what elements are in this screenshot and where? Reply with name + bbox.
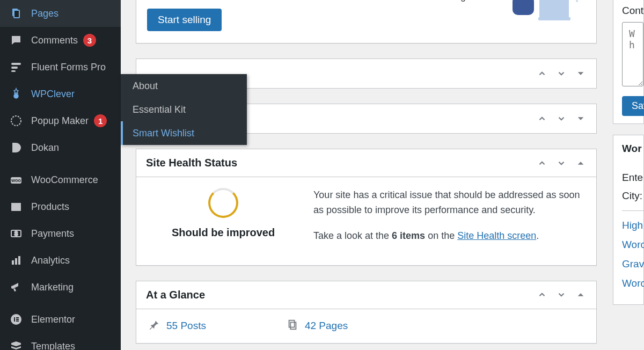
sidebar-item-label: Payments xyxy=(31,228,74,239)
svg-text:woo: woo xyxy=(11,178,21,183)
site-health-body: Should be improved Your site has a criti… xyxy=(136,177,596,265)
rc-link-1[interactable]: High xyxy=(622,220,643,231)
glance-posts-label: 55 Posts xyxy=(166,320,206,332)
sidebar-item-label: Products xyxy=(31,201,69,213)
svg-rect-5 xyxy=(11,70,16,72)
analytics-icon xyxy=(9,253,24,268)
popupmaker-icon xyxy=(9,113,24,128)
rc-link-2[interactable]: Worc xyxy=(622,239,643,251)
rc-link-4[interactable]: Worc xyxy=(622,278,643,289)
svg-rect-26 xyxy=(538,17,570,20)
events-title: Wor xyxy=(622,143,643,155)
sidebar-item-elementor[interactable]: Elementor xyxy=(0,306,121,333)
comments-icon xyxy=(9,33,24,48)
start-selling-button[interactable]: Start selling xyxy=(147,9,222,31)
sidebar-item-analytics[interactable]: Analytics xyxy=(0,247,121,274)
dokan-icon xyxy=(9,140,24,155)
right-column: Cont Sav Wor Ente City: High Worc Grav W… xyxy=(613,0,644,350)
welcome-illustration xyxy=(480,0,588,14)
sidebar-item-fluentforms[interactable]: Fluent Forms Pro xyxy=(0,54,121,81)
main-content: receiving orders. Start selling Site Hea… xyxy=(121,0,612,350)
toggle-icon[interactable] xyxy=(575,157,587,169)
svg-rect-29 xyxy=(289,320,295,327)
sidebar-item-templates[interactable]: Templates xyxy=(0,333,121,350)
site-health-msg1: Your site has a critical issue that shou… xyxy=(313,188,584,218)
toggle-icon[interactable] xyxy=(575,289,587,301)
move-down-icon[interactable] xyxy=(555,68,567,79)
site-health-status-label: Should be improved xyxy=(148,227,298,239)
marketing-icon xyxy=(9,280,24,295)
svg-rect-3 xyxy=(11,63,21,65)
toggle-icon[interactable] xyxy=(575,68,587,79)
toggle-icon[interactable] xyxy=(575,113,587,125)
panel-controls xyxy=(536,68,587,79)
city-label: City: xyxy=(622,190,643,202)
events-panel: Wor Ente City: High Worc Grav Worc xyxy=(613,135,644,305)
svg-rect-18 xyxy=(14,317,15,322)
site-health-msg2: Take a look at the 6 items on the Site H… xyxy=(313,229,584,244)
sidebar-separator xyxy=(0,161,121,166)
sidebar-item-label: Comments xyxy=(31,35,78,46)
sidebar-item-label: Analytics xyxy=(31,255,70,266)
svg-rect-15 xyxy=(15,258,17,265)
sidebar-item-label: Popup Maker xyxy=(31,115,89,127)
admin-sidebar: Pages Comments 3 Fluent Forms Pro WPClev… xyxy=(0,0,121,350)
products-icon xyxy=(9,199,24,214)
move-down-icon[interactable] xyxy=(555,157,567,169)
payments-icon: $ xyxy=(9,226,24,241)
save-draft-button[interactable]: Sav xyxy=(622,96,644,116)
submenu-item-smart-wishlist[interactable]: Smart Wishlist xyxy=(121,121,247,145)
move-down-icon[interactable] xyxy=(555,289,567,301)
comments-badge: 3 xyxy=(83,34,96,47)
pin-icon xyxy=(148,319,160,333)
rc-link-3[interactable]: Grav xyxy=(622,258,643,270)
svg-rect-10 xyxy=(11,205,21,211)
glance-pages[interactable]: 42 Pages xyxy=(287,319,348,333)
welcome-panel: receiving orders. Start selling xyxy=(136,0,597,43)
sidebar-item-label: WooCommerce xyxy=(31,174,98,186)
site-health-panel: Site Health Status Should be improved Yo… xyxy=(136,149,597,266)
sidebar-item-wpclever[interactable]: WPClever xyxy=(0,81,121,107)
svg-rect-1 xyxy=(14,10,19,18)
site-health-header: Site Health Status xyxy=(136,149,596,177)
quickdraft-textarea[interactable] xyxy=(622,22,643,86)
panel-controls xyxy=(536,113,587,125)
sidebar-item-products[interactable]: Products xyxy=(0,193,121,220)
move-up-icon[interactable] xyxy=(536,113,548,125)
glance-posts[interactable]: 55 Posts xyxy=(148,319,206,333)
svg-rect-11 xyxy=(11,203,21,205)
svg-rect-4 xyxy=(11,67,18,69)
sidebar-item-payments[interactable]: $ Payments xyxy=(0,220,121,247)
sidebar-item-pages[interactable]: Pages xyxy=(0,0,121,27)
svg-text:$: $ xyxy=(14,230,18,237)
svg-rect-20 xyxy=(16,319,19,320)
submenu-item-about[interactable]: About xyxy=(121,74,247,98)
move-up-icon[interactable] xyxy=(536,68,548,79)
elementor-icon xyxy=(9,312,24,327)
sidebar-item-dokan[interactable]: Dokan xyxy=(0,134,121,161)
svg-rect-14 xyxy=(12,260,14,265)
wpclever-submenu: About Essential Kit Smart Wishlist xyxy=(121,74,247,145)
site-health-status: Should be improved xyxy=(148,188,298,239)
sidebar-item-comments[interactable]: Comments 3 xyxy=(0,27,121,54)
move-up-icon[interactable] xyxy=(536,157,548,169)
sidebar-item-label: Elementor xyxy=(31,314,75,325)
content-label: Cont xyxy=(622,5,643,17)
glance-pages-label: 42 Pages xyxy=(305,320,348,332)
quickdraft-panel: Cont Sav xyxy=(613,0,644,124)
progress-circle-icon xyxy=(208,188,238,218)
sidebar-item-popupmaker[interactable]: Popup Maker 1 xyxy=(0,107,121,134)
site-health-message: Your site has a critical issue that shou… xyxy=(313,188,584,254)
move-down-icon[interactable] xyxy=(555,113,567,125)
svg-rect-24 xyxy=(513,0,534,15)
separator xyxy=(622,210,643,211)
sidebar-item-label: Templates xyxy=(31,341,75,351)
move-up-icon[interactable] xyxy=(536,289,548,301)
at-a-glance-title: At a Glance xyxy=(146,289,205,301)
site-health-link[interactable]: Site Health screen xyxy=(457,230,536,241)
sidebar-item-woocommerce[interactable]: woo WooCommerce xyxy=(0,166,121,193)
svg-point-7 xyxy=(11,116,21,126)
sidebar-item-marketing[interactable]: Marketing xyxy=(0,274,121,301)
svg-point-6 xyxy=(14,94,18,98)
submenu-item-essential-kit[interactable]: Essential Kit xyxy=(121,98,247,121)
